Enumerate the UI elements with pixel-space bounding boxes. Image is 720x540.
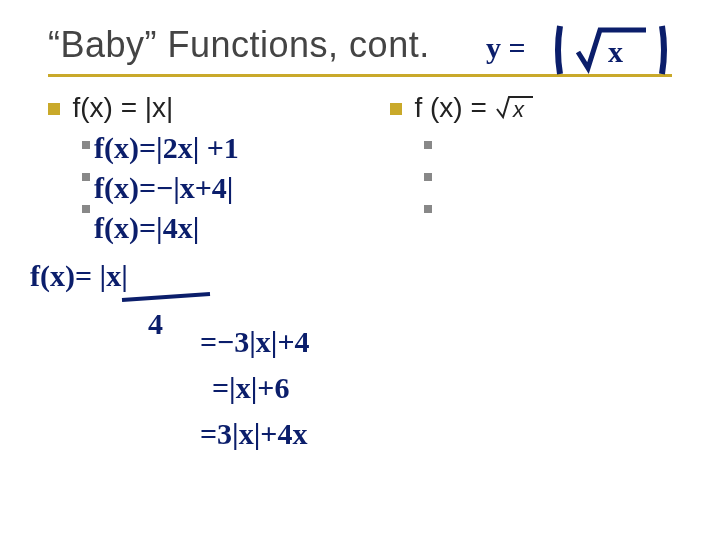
right-header-row: f (x) = x xyxy=(390,92,670,124)
title-underline xyxy=(48,74,672,77)
bullet-square-icon xyxy=(424,173,432,181)
bullet-square-icon xyxy=(390,103,402,115)
left-header-row: f(x) = |x| xyxy=(48,92,368,124)
handwriting-e1: =−3|x|+4 xyxy=(200,320,460,368)
bullet-square-icon xyxy=(48,103,60,115)
left-column: f(x) = |x| xyxy=(48,92,368,220)
title-block: “Baby” Functions, cont. xyxy=(48,24,672,77)
svg-text:=−3|x|+4: =−3|x|+4 xyxy=(200,325,310,358)
handwriting-fraction: f(x)= |x| 4 xyxy=(30,256,250,350)
svg-text:=3|x|+4x: =3|x|+4x xyxy=(200,417,307,450)
svg-text:=|x|+6: =|x|+6 xyxy=(212,371,289,404)
bullet-square-icon xyxy=(82,173,90,181)
bullet-square-icon xyxy=(82,141,90,149)
handwriting-e3: =3|x|+4x xyxy=(200,412,480,460)
right-header-radicand: x xyxy=(512,97,525,121)
right-column: f (x) = x xyxy=(390,92,670,220)
right-sub-1 xyxy=(424,138,670,156)
left-sub-1 xyxy=(82,138,368,156)
bullet-square-icon xyxy=(424,141,432,149)
svg-text:f(x)= |x|: f(x)= |x| xyxy=(30,259,128,293)
handwriting-e2: =|x|+6 xyxy=(212,366,472,414)
right-sub-3 xyxy=(424,202,670,220)
bullet-square-icon xyxy=(424,205,432,213)
left-sub-3 xyxy=(82,202,368,220)
slide: “Baby” Functions, cont. f(x) = |x| f (x)… xyxy=(0,0,720,540)
svg-text:4: 4 xyxy=(148,307,163,340)
left-sub-2 xyxy=(82,170,368,188)
sqrt-icon: x xyxy=(495,93,535,121)
page-title: “Baby” Functions, cont. xyxy=(48,24,672,66)
right-sub-2 xyxy=(424,170,670,188)
left-header: f(x) = |x| xyxy=(72,92,173,124)
bullet-square-icon xyxy=(82,205,90,213)
right-header: f (x) = x xyxy=(414,92,534,124)
right-header-prefix: f (x) = xyxy=(414,92,494,123)
